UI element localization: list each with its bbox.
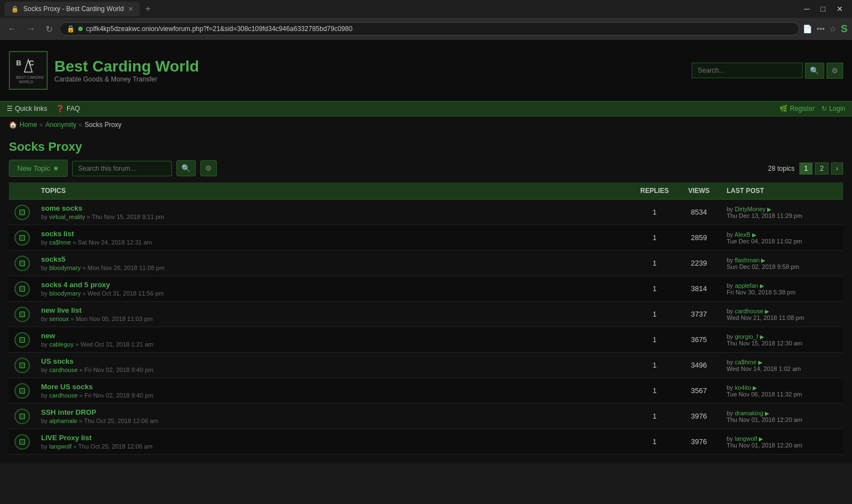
topic-lastpost-author-link[interactable]: ko4ito [735,384,751,391]
forum-search-button[interactable]: 🔍 [176,160,196,176]
login-link[interactable]: ↻ Login [821,105,845,113]
reader-view-icon[interactable]: 📄 [803,24,812,33]
topic-lastpost-author-link[interactable]: giorgio_f [735,333,758,340]
topic-meta: by bloodymary » Mon Nov 26, 2018 11:08 p… [41,264,627,271]
quick-links-menu[interactable]: ☰ Quick links [7,105,47,113]
topic-title-link[interactable]: socks5 [41,255,627,263]
topic-title-link[interactable]: SSH inter DROP [41,408,627,416]
tab-close-button[interactable]: ✕ [128,6,133,13]
topic-author-link[interactable]: bloodymary [49,264,81,271]
header-search-button[interactable]: 🔍 [805,63,824,79]
new-topic-button[interactable]: New Topic ★ [9,160,68,177]
topic-lastpost-cell: by cardhouse ▶ Wed Nov 21, 2018 11:08 pm [721,302,843,327]
topic-title-link[interactable]: LIVE Proxy list [41,434,627,442]
back-button[interactable]: ← [4,23,20,35]
breadcrumb-sep1: « [39,121,43,129]
site-logo: B C BEST CARDING WORLD [9,51,48,90]
topic-views-cell: 8534 [677,200,721,225]
toolbar-left: New Topic ★ 🔍 ⚙ [9,160,217,177]
lastpost-arrow-icon: ▶ [765,308,769,314]
header-search-settings-button[interactable]: ⚙ [826,63,843,79]
topic-lastpost-cell: by ko4ito ▶ Tue Nov 06, 2018 11:32 pm [721,378,843,404]
forward-button[interactable]: → [23,23,39,35]
topic-author-link[interactable]: cableguy [49,341,74,348]
page-next-button[interactable]: › [831,162,843,175]
topic-lastpost-author-link[interactable]: DirtyMoney [735,206,766,212]
sync-icon[interactable]: S [841,23,848,35]
topic-lastpost-author-link[interactable]: flashman [735,257,760,263]
topic-views-cell: 2239 [677,251,721,276]
topic-title-link[interactable]: US socks [41,357,627,365]
topic-title-link[interactable]: socks 4 and 5 proxy [41,281,627,289]
topic-replies-cell: 1 [632,225,677,251]
topic-author-link[interactable]: bloodymary [49,290,81,297]
forum-search-input[interactable] [72,161,172,176]
topic-author-link[interactable]: cardhouse [49,366,78,373]
topic-views-cell: 3737 [677,302,721,327]
new-tab-button[interactable]: + [142,3,154,15]
close-button[interactable]: ✕ [832,4,848,13]
breadcrumb-sep2: « [79,121,83,129]
bookmark-icon[interactable]: ☆ [829,24,836,33]
reload-button[interactable]: ↻ [42,23,56,35]
minimize-button[interactable]: ─ [800,4,814,13]
table-row: LIVE Proxy list by langwolf » Thu Oct 25… [9,429,843,455]
breadcrumb-current: Socks Proxy [84,121,121,129]
page-1-button[interactable]: 1 [799,162,813,175]
topic-title-link[interactable]: More US socks [41,383,627,391]
table-row: new by cableguy » Wed Oct 31, 2018 1:21 … [9,327,843,353]
header-topics: TOPICS [36,182,632,200]
topic-lastpost-author-link[interactable]: langwolf [735,435,757,442]
topic-title-link[interactable]: new live list [41,306,627,314]
table-row: socks5 by bloodymary » Mon Nov 26, 2018 … [9,251,843,276]
svg-text:B: B [16,59,21,67]
topic-author-link[interactable]: langwolf [49,443,72,450]
table-row: SSH inter DROP by alphamale » Thu Oct 25… [9,404,843,429]
topic-icon-inner [19,439,25,445]
faq-label: FAQ [67,105,80,113]
faq-icon: ❓ [56,105,64,113]
topic-title-link[interactable]: new [41,332,627,340]
logo-text: Best Carding World Cardable Goods & Mone… [54,58,199,83]
header-search-input[interactable] [692,63,803,78]
topic-lastpost-author-link[interactable]: ca$hme [735,359,757,365]
topic-lastpost-author-link[interactable]: applefan [735,282,758,289]
tab-title: Socks Proxy - Best Carding World [23,5,124,13]
topic-author-link[interactable]: virtual_reality [49,213,85,220]
maximize-button[interactable]: □ [816,4,830,13]
topic-icon-cell [9,251,36,276]
register-link[interactable]: 🌿 Register [779,105,815,113]
topic-author-link[interactable]: cardhouse [49,392,78,399]
topic-author-link[interactable]: alphamale [49,418,78,424]
topic-author-link[interactable]: serioux [49,315,69,322]
forum-search-settings-button[interactable]: ⚙ [200,160,217,176]
lastpost-arrow-icon: ▶ [760,334,764,340]
page-2-button[interactable]: 2 [815,162,829,175]
topic-replies-cell: 1 [632,327,677,353]
topic-replies-cell: 1 [632,353,677,378]
topic-title-link[interactable]: socks list [41,230,627,238]
breadcrumb-anonymity[interactable]: Anonymity [45,121,77,129]
topics-table: TOPICS REPLIES VIEWS LAST POST some sock… [9,182,843,455]
topic-lastpost-author-link[interactable]: dramaking [735,410,763,416]
header-search-area: 🔍 ⚙ [692,63,843,79]
topic-lastpost-author-link[interactable]: cardhouse [735,308,763,314]
topic-replies-cell: 1 [632,302,677,327]
topic-lastpost-cell: by AlexB ▶ Tue Dec 04, 2018 11:02 pm [721,225,843,251]
browser-tab[interactable]: 🔒 Socks Proxy - Best Carding World ✕ [4,2,140,16]
topic-meta: by serioux » Mon Nov 05, 2018 11:03 pm [41,315,627,322]
topic-info-cell: socks list by ca$hme » Sat Nov 24, 2018 … [36,225,632,251]
topic-lastpost-cell: by langwolf ▶ Thu Nov 01, 2018 12:20 am [721,429,843,455]
topic-title-link[interactable]: some socks [41,204,627,212]
topic-author-link[interactable]: ca$hme [49,239,71,246]
topics-count: 28 topics [768,165,795,172]
topics-table-header: TOPICS REPLIES VIEWS LAST POST [9,182,843,200]
svg-text:WORLD: WORLD [19,80,33,84]
topic-replies-cell: 1 [632,378,677,404]
faq-link[interactable]: ❓ FAQ [56,105,80,113]
topic-lastpost-author-link[interactable]: AlexB [734,231,750,238]
menu-button[interactable]: ••• [816,24,825,33]
topic-info-cell: LIVE Proxy list by langwolf » Thu Oct 25… [36,429,632,455]
breadcrumb-home[interactable]: Home [19,121,37,129]
address-bar[interactable]: 🔒 cplfk4kp5dzeakwc.onion/viewforum.php?f… [59,22,799,35]
